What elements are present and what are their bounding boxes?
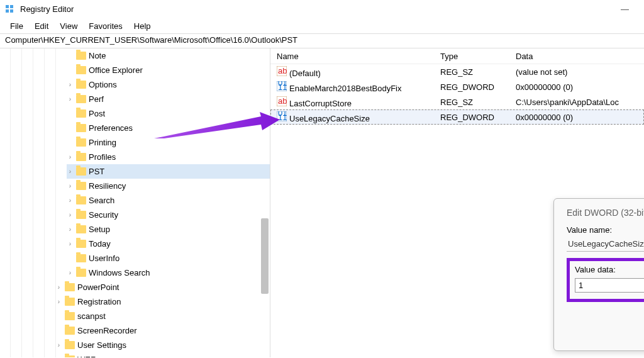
folder-icon [65,312,75,320]
valuedata-input[interactable] [575,278,644,293]
value-row[interactable]: abLastCorruptStoreREG_SZC:\Users\panki\A… [270,94,644,109]
tree-item[interactable]: ›PST [67,164,270,179]
minimize-button[interactable]: — [611,4,639,14]
folder-icon [76,138,86,147]
tree-item[interactable]: ›Windows Search [67,266,270,280]
chevron-icon: › [67,168,74,175]
tree-item-label: UserInfo [89,254,119,263]
value-data: 0x00000000 (0) [509,113,644,122]
address-bar[interactable]: Computer\HKEY_CURRENT_USER\Software\Micr… [0,33,644,48]
tree-item[interactable]: WEF [55,352,270,357]
tree-item[interactable]: scanpst [55,309,270,323]
value-type: REG_SZ [434,98,509,107]
value-type: REG_DWORD [434,113,509,122]
tree-pane: NoteOffice Explorer›Options›PerfPostPref… [0,48,270,357]
dword-icon: 011110 [277,111,287,121]
dialog-title: Edit DWORD (32-bit) Value [567,208,644,218]
value-row[interactable]: ab(Default)REG_SZ(value not set) [270,64,644,79]
chevron-icon: › [67,154,74,160]
tree-item-label: Security [89,210,118,220]
valuedata-highlight: Value data: [567,258,644,302]
folder-icon [76,153,86,161]
tree-item-label: WEF [77,355,96,357]
window-title: Registry Editor [20,4,74,14]
value-data: (value not set) [509,67,644,77]
col-data[interactable]: Data [509,52,644,61]
chevron-icon: › [67,226,74,233]
value-row[interactable]: 011110UseLegacyCacheSizeREG_DWORD0x00000… [270,109,644,125]
tree-item[interactable]: Printing [67,135,270,150]
folder-icon [76,124,86,132]
svg-rect-1 [10,5,13,8]
tree-item[interactable]: ›User Settings [55,338,270,352]
col-type[interactable]: Type [434,52,509,61]
scrollbar-thumb[interactable] [261,218,269,294]
tree-item-label: Windows Search [89,268,150,277]
folder-icon [65,283,75,291]
chevron-icon: › [67,96,74,103]
tree-item-label: Setup [89,225,110,234]
string-icon: ab [277,66,287,76]
tree-item[interactable]: ›Search [67,193,270,208]
tree-item-label: Perf [89,94,104,104]
menu-edit[interactable]: Edit [30,20,53,32]
tree-item-label: User Settings [77,340,126,350]
folder-icon [76,52,86,60]
folder-icon [76,95,86,103]
svg-text:110: 110 [278,113,287,121]
svg-text:ab: ab [278,66,287,76]
valuename-field[interactable]: UseLegacyCacheSize [567,237,644,252]
dword-icon: 011110 [277,81,287,91]
tree-item-label: Search [89,196,114,205]
tree-item[interactable]: ScreenRecorder [55,323,270,338]
folder-icon [65,355,75,357]
folder-icon [65,298,75,306]
tree-item-label: Registration [77,297,121,306]
regedit-icon [5,4,15,14]
tree-item-label: Profiles [89,152,116,162]
menu-view[interactable]: View [55,20,82,32]
menu-bar: File Edit View Favorites Help [0,18,644,33]
menu-file[interactable]: File [5,20,28,32]
value-name: (Default) [289,69,321,78]
tree-item[interactable]: UserInfo [67,251,270,266]
list-header: Name Type Data [270,48,644,64]
folder-icon [76,211,86,219]
folder-icon [76,196,86,204]
menu-favorites[interactable]: Favorites [84,20,127,32]
svg-text:110: 110 [278,82,287,91]
title-bar: Registry Editor — [0,0,644,18]
value-name: EnableMarch2018BestBodyFix [289,84,402,93]
tree-item[interactable]: ›PowerPoint [55,280,270,294]
folder-icon [65,327,75,335]
menu-help[interactable]: Help [129,20,156,32]
tree-item[interactable]: ›Perf [67,92,270,106]
tree-item[interactable]: ›Setup [67,222,270,237]
tree-item[interactable]: ›Registration [55,294,270,309]
tree-item[interactable]: ›Security [67,208,270,222]
folder-icon [76,66,86,74]
tree-item[interactable]: ›Today [67,237,270,251]
tree-item[interactable]: Preferences [67,121,270,135]
svg-text:ab: ab [278,96,287,106]
tree-item[interactable]: ›Profiles [67,150,270,164]
folder-icon [76,81,86,89]
value-row[interactable]: 011110EnableMarch2018BestBodyFixREG_DWOR… [270,79,644,94]
col-name[interactable]: Name [270,52,434,61]
tree-item[interactable]: Post [67,106,270,121]
tree-item[interactable]: ›Options [67,77,270,92]
tree-item-label: PowerPoint [77,282,119,292]
chevron-icon: › [67,211,74,218]
chevron-icon: › [67,81,74,88]
tree-item-label: Printing [89,138,116,147]
tree-item[interactable]: Note [67,48,270,63]
tree-item[interactable]: ›Resiliency [67,179,270,193]
folder-icon [76,225,86,233]
folder-icon [76,109,86,118]
chevron-icon: › [67,240,74,247]
tree-item[interactable]: Office Explorer [67,63,270,77]
folder-icon [76,182,86,190]
tree-item-label: Preferences [89,123,133,133]
value-type: REG_DWORD [434,82,509,92]
svg-rect-2 [6,9,9,13]
